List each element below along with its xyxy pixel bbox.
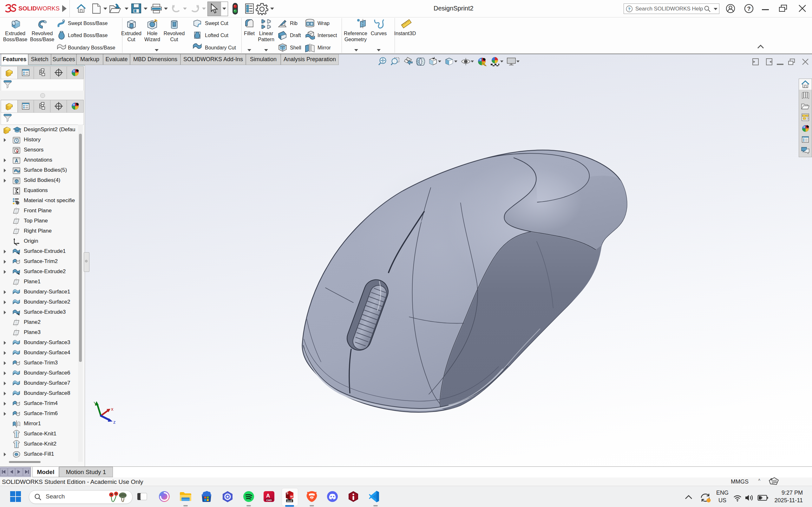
svg-text:z: z — [113, 419, 116, 425]
svg-text:W: W — [290, 495, 293, 498]
svg-text:Y: Y — [94, 401, 97, 407]
svg-text:?: ? — [628, 7, 630, 11]
svg-text:A: A — [266, 493, 270, 499]
svg-text:?: ? — [747, 6, 751, 12]
svg-text:2025: 2025 — [287, 500, 293, 503]
svg-text:SOLIDWORKS: SOLIDWORKS — [18, 5, 60, 12]
svg-text:S: S — [287, 492, 288, 495]
svg-text:x: x — [111, 406, 113, 412]
svg-text:CAD: CAD — [266, 499, 272, 502]
